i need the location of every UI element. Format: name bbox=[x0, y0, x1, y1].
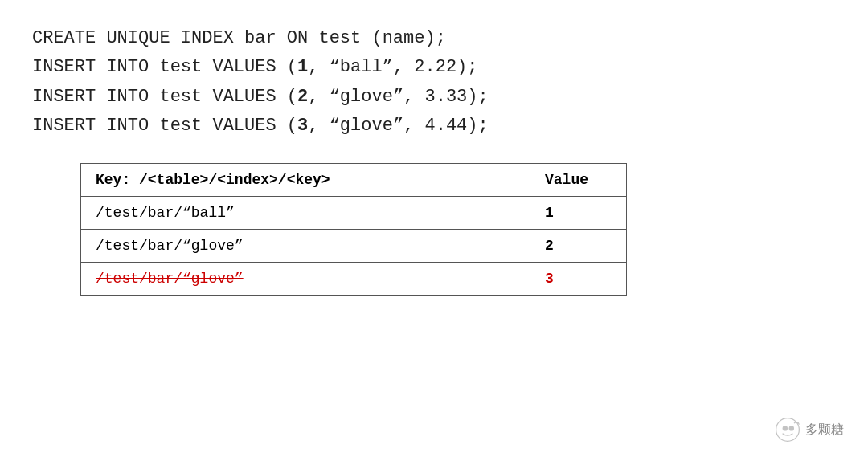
svg-point-2 bbox=[789, 426, 794, 430]
col-key-header: Key: /<table>/<index>/<key> bbox=[81, 164, 530, 197]
table-row: /test/bar/“glove”3 bbox=[81, 263, 627, 296]
index-table: Key: /<table>/<index>/<key> Value /test/… bbox=[80, 163, 627, 296]
watermark: 多颗糖 bbox=[775, 417, 844, 443]
code-block: CREATE UNIQUE INDEX bar ON test (name); … bbox=[32, 24, 836, 141]
code-line-4: INSERT INTO test VALUES (3, “glove”, 4.4… bbox=[32, 112, 836, 141]
table-cell-value: 1 bbox=[530, 197, 627, 230]
table-header-row: Key: /<table>/<index>/<key> Value bbox=[81, 164, 627, 197]
svg-point-1 bbox=[783, 426, 788, 430]
code-line-2: INSERT INTO test VALUES (1, “ball”, 2.22… bbox=[32, 53, 836, 82]
svg-point-0 bbox=[776, 418, 800, 442]
watermark-text: 多颗糖 bbox=[805, 422, 844, 439]
col-value-header: Value bbox=[530, 164, 627, 197]
code-line4-prefix: INSERT INTO test VALUES ( bbox=[32, 116, 297, 136]
watermark-icon bbox=[775, 417, 800, 443]
table-cell-key: /test/bar/“glove” bbox=[81, 230, 530, 263]
index-table-container: Key: /<table>/<index>/<key> Value /test/… bbox=[80, 163, 788, 296]
table-cell-value: 3 bbox=[530, 263, 627, 296]
code-line2-num: 1 bbox=[297, 57, 308, 77]
code-line-3: INSERT INTO test VALUES (2, “glove”, 3.3… bbox=[32, 83, 836, 112]
code-line3-num: 2 bbox=[297, 87, 308, 107]
code-line3-suffix: , “glove”, 3.33); bbox=[308, 87, 488, 107]
code-line-1: CREATE UNIQUE INDEX bar ON test (name); bbox=[32, 24, 836, 53]
code-line4-num: 3 bbox=[297, 116, 308, 136]
table-row: /test/bar/“glove”2 bbox=[81, 230, 627, 263]
table-row: /test/bar/“ball”1 bbox=[81, 197, 627, 230]
code-line4-suffix: , “glove”, 4.44); bbox=[308, 116, 488, 136]
table-cell-key: /test/bar/“ball” bbox=[81, 197, 530, 230]
code-line2-suffix: , “ball”, 2.22); bbox=[308, 57, 477, 77]
code-line3-prefix: INSERT INTO test VALUES ( bbox=[32, 87, 297, 107]
table-cell-value: 2 bbox=[530, 230, 627, 263]
code-line2-prefix: INSERT INTO test VALUES ( bbox=[32, 57, 297, 77]
table-cell-key: /test/bar/“glove” bbox=[81, 263, 530, 296]
